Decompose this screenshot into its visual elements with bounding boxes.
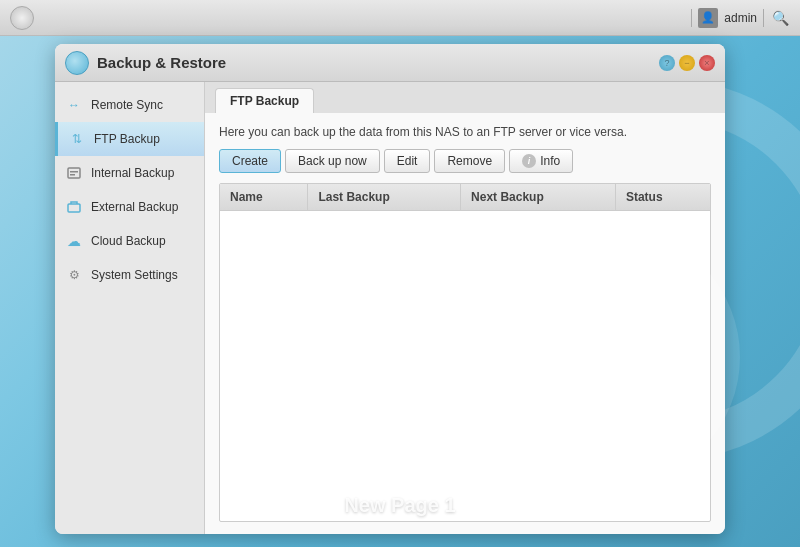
username: admin: [724, 11, 757, 25]
content-area: Here you can back up the data from this …: [205, 113, 725, 534]
col-status: Status: [615, 184, 710, 211]
svg-rect-1: [70, 171, 78, 173]
help-button[interactable]: ?: [659, 55, 675, 71]
sidebar-item-external-backup[interactable]: External Backup: [55, 190, 204, 224]
sidebar-item-internal-backup[interactable]: Internal Backup: [55, 156, 204, 190]
main-content: FTP Backup Here you can back up the data…: [205, 82, 725, 534]
ftp-backup-icon: ⇅: [68, 130, 86, 148]
internal-backup-icon: [65, 164, 83, 182]
col-next-backup: Next Backup: [461, 184, 616, 211]
window-title: Backup & Restore: [97, 54, 651, 71]
external-backup-icon: [65, 198, 83, 216]
divider2: [763, 9, 764, 27]
top-bar: 👤 admin 🔍: [0, 0, 800, 36]
info-button[interactable]: i Info: [509, 149, 573, 173]
remote-sync-icon: ↔: [65, 96, 83, 114]
backup-now-button[interactable]: Back up now: [285, 149, 380, 173]
tab-bar: FTP Backup: [205, 82, 725, 113]
toolbar: Create Back up now Edit Remove i Info: [219, 149, 711, 173]
info-label: Info: [540, 154, 560, 168]
svg-rect-3: [68, 204, 80, 212]
window-body: ↔ Remote Sync ⇅ FTP Backup Internal Back…: [55, 82, 725, 534]
col-name: Name: [220, 184, 308, 211]
logo-icon: [10, 6, 34, 30]
edit-button[interactable]: Edit: [384, 149, 431, 173]
window-app-icon: [65, 51, 89, 75]
page-footer: New Page 1: [0, 478, 800, 517]
window-titlebar: Backup & Restore ? − ×: [55, 44, 725, 82]
search-icon[interactable]: 🔍: [770, 8, 790, 28]
svg-rect-0: [68, 168, 80, 178]
system-settings-icon: ⚙: [65, 266, 83, 284]
sidebar-label-external-backup: External Backup: [91, 200, 178, 214]
svg-rect-2: [70, 174, 75, 176]
top-bar-right: 👤 admin 🔍: [691, 8, 790, 28]
divider: [691, 9, 692, 27]
remove-button[interactable]: Remove: [434, 149, 505, 173]
description: Here you can back up the data from this …: [219, 125, 711, 139]
table-wrapper: Name Last Backup Next Backup Status: [219, 183, 711, 522]
sidebar-label-ftp-backup: FTP Backup: [94, 132, 160, 146]
sidebar-label-system-settings: System Settings: [91, 268, 178, 282]
minimize-button[interactable]: −: [679, 55, 695, 71]
sidebar-label-cloud-backup: Cloud Backup: [91, 234, 166, 248]
user-icon: 👤: [698, 8, 718, 28]
close-button[interactable]: ×: [699, 55, 715, 71]
sidebar-label-internal-backup: Internal Backup: [91, 166, 174, 180]
sidebar-item-remote-sync[interactable]: ↔ Remote Sync: [55, 88, 204, 122]
footer-dot: [395, 478, 405, 488]
sidebar-label-remote-sync: Remote Sync: [91, 98, 163, 112]
sidebar-item-system-settings[interactable]: ⚙ System Settings: [55, 258, 204, 292]
cloud-backup-icon: ☁: [65, 232, 83, 250]
app-logo: [10, 6, 34, 30]
backup-table: Name Last Backup Next Backup Status: [220, 184, 710, 211]
window-controls: ? − ×: [659, 55, 715, 71]
create-button[interactable]: Create: [219, 149, 281, 173]
sidebar: ↔ Remote Sync ⇅ FTP Backup Internal Back…: [55, 82, 205, 534]
col-last-backup: Last Backup: [308, 184, 461, 211]
tab-ftp-backup[interactable]: FTP Backup: [215, 88, 314, 113]
sidebar-item-ftp-backup[interactable]: ⇅ FTP Backup: [55, 122, 204, 156]
info-icon: i: [522, 154, 536, 168]
table-header-row: Name Last Backup Next Backup Status: [220, 184, 710, 211]
footer-title: New Page 1: [344, 494, 455, 517]
app-window: Backup & Restore ? − × ↔ Remote Sync ⇅ F…: [55, 44, 725, 534]
sidebar-item-cloud-backup[interactable]: ☁ Cloud Backup: [55, 224, 204, 258]
